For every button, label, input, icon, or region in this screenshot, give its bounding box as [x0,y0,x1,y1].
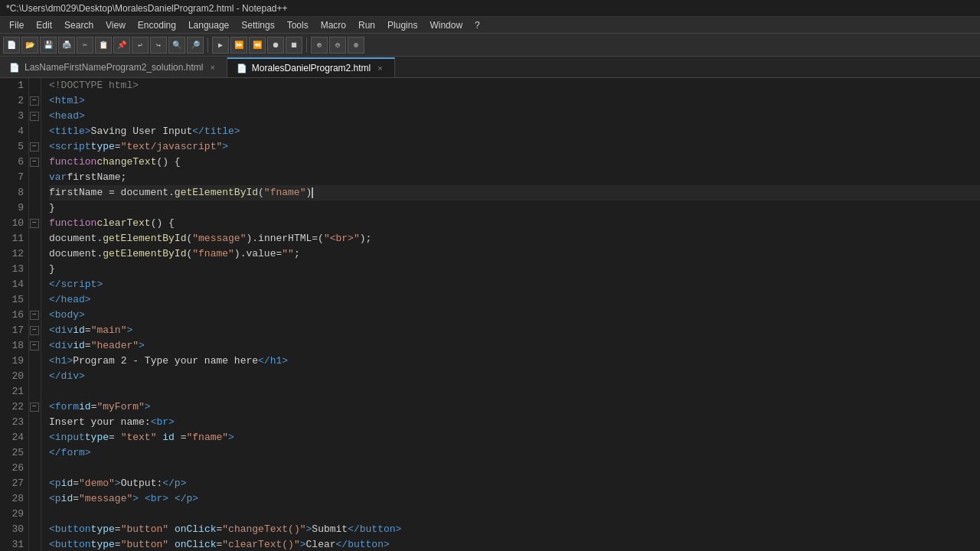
code-line: } [49,201,980,216]
fold-gutter-row [29,491,41,507]
fold-gutter-row[interactable]: − [29,109,41,124]
code-line: function changeText() { [49,155,980,170]
code-line: firstName = document.getElementById("fna… [49,185,980,201]
fold-gutter-row [29,277,41,292]
code-line: <title>Saving User Input</title> [49,124,980,139]
toolbar-btn-14[interactable]: ⏪ [249,37,266,54]
toolbar-btn-6[interactable]: 📌 [113,37,130,54]
fold-gutter-row [29,507,41,522]
toolbar-btn-7[interactable]: ↩️ [132,37,149,54]
menu-item-tools[interactable]: Tools [281,18,315,32]
tab-0[interactable]: 📄LasNameFirstNameProgram2_solution.html× [0,57,227,77]
fold-gutter-row [29,354,41,369]
fold-box[interactable]: − [30,112,39,121]
tab-close-btn[interactable]: × [207,62,217,73]
menu-item-?[interactable]: ? [469,18,486,32]
toolbar-btn-16[interactable]: ⏹ [286,37,302,54]
toolbar-btn-3[interactable]: 🖨️ [58,37,75,54]
fold-gutter-row[interactable]: − [29,93,41,109]
menu-item-view[interactable]: View [100,18,132,32]
fold-gutter-row [29,476,41,491]
menu-item-language[interactable]: Language [182,18,235,32]
toolbar: 📄📂💾🖨️✂️📋📌↩️↪️🔍🔎▶⏩⏪⏺⏹⊕⊖⊗ [0,34,980,57]
fold-gutter-row [29,246,41,262]
line-number: 1 [0,78,24,93]
fold-gutter-row [29,522,41,537]
fold-box[interactable]: − [30,96,39,106]
fold-gutter-row[interactable]: − [29,308,41,323]
fold-gutter-row[interactable]: − [29,338,41,354]
code-line: Insert your name:<br> [49,415,980,430]
line-number: 22 [0,399,24,415]
title-text: *C:\Users\dm029\Desktop\MoralesDanielPro… [6,3,288,14]
code-line: </form> [49,445,980,461]
line-number: 4 [0,124,24,139]
tab-label: LasNameFirstNameProgram2_solution.html [24,62,203,73]
line-number: 15 [0,292,24,308]
line-number: 19 [0,354,24,369]
menu-item-macro[interactable]: Macro [315,18,352,32]
code-line [49,384,980,399]
fold-gutter-row[interactable]: − [29,139,41,155]
fold-gutter-row[interactable]: − [29,155,41,170]
toolbar-btn-5[interactable]: 📋 [95,37,112,54]
toolbar-btn-1[interactable]: 📂 [21,37,38,54]
fold-gutter-row [29,170,41,185]
toolbar-btn-13[interactable]: ⏩ [230,37,247,54]
menu-item-edit[interactable]: Edit [30,18,58,32]
code-line: <body> [49,308,980,323]
code-line: <button type="button" onClick="changeTex… [49,522,980,537]
code-line: document.getElementById("fname").value="… [49,246,980,262]
menu-item-encoding[interactable]: Encoding [132,18,182,32]
code-line [49,461,980,476]
fold-box[interactable]: − [30,311,39,320]
toolbar-btn-20[interactable]: ⊗ [348,37,364,54]
fold-box[interactable]: − [30,341,39,350]
tab-1[interactable]: 📄MoralesDanielProgram2.html× [227,57,395,77]
fold-box[interactable]: − [30,158,39,167]
toolbar-separator [207,37,208,53]
code-line: } [49,262,980,277]
menu-item-run[interactable]: Run [352,18,381,32]
toolbar-btn-8[interactable]: ↪️ [150,37,167,54]
fold-gutter-row [29,461,41,476]
menu-item-search[interactable]: Search [58,18,100,32]
toolbar-btn-10[interactable]: 🔎 [187,37,204,54]
code-line: <h1>Program 2 - Type your name here</h1> [49,354,980,369]
menu-bar: FileEditSearchViewEncodingLanguageSettin… [0,17,980,34]
tab-file-icon: 📄 [237,64,247,73]
tab-close-btn[interactable]: × [375,63,384,73]
menu-item-window[interactable]: Window [423,18,469,32]
fold-gutter-row [29,369,41,384]
code-line: <form id="myForm"> [49,399,980,415]
fold-box[interactable]: − [30,142,39,152]
fold-gutter-row[interactable]: − [29,399,41,415]
code-line [49,507,980,522]
fold-box[interactable]: − [30,403,39,412]
toolbar-btn-9[interactable]: 🔍 [168,37,185,54]
code-line: function clearText() { [49,216,980,231]
fold-gutter-row[interactable]: − [29,323,41,338]
toolbar-btn-18[interactable]: ⊕ [311,37,328,54]
fold-box[interactable]: − [30,219,39,228]
toolbar-btn-2[interactable]: 💾 [40,37,57,54]
toolbar-btn-19[interactable]: ⊖ [329,37,346,54]
line-number: 26 [0,461,24,476]
toolbar-btn-0[interactable]: 📄 [3,37,20,54]
code-line: <html> [49,93,980,109]
code-content[interactable]: <!DOCTYPE html><html><head> <title>Savin… [41,78,980,551]
fold-box[interactable]: − [30,326,39,335]
code-line: <head> [49,109,980,124]
code-line: </head> [49,292,980,308]
toolbar-btn-15[interactable]: ⏺ [267,37,284,54]
fold-gutter-row[interactable]: − [29,216,41,231]
toolbar-btn-4[interactable]: ✂️ [77,37,93,54]
menu-item-settings[interactable]: Settings [235,18,280,32]
toolbar-separator [306,37,307,53]
menu-item-plugins[interactable]: Plugins [381,18,423,32]
menu-item-file[interactable]: File [3,18,30,32]
line-number: 25 [0,445,24,461]
line-number: 3 [0,109,24,124]
line-number: 2 [0,93,24,109]
toolbar-btn-12[interactable]: ▶ [212,37,229,54]
